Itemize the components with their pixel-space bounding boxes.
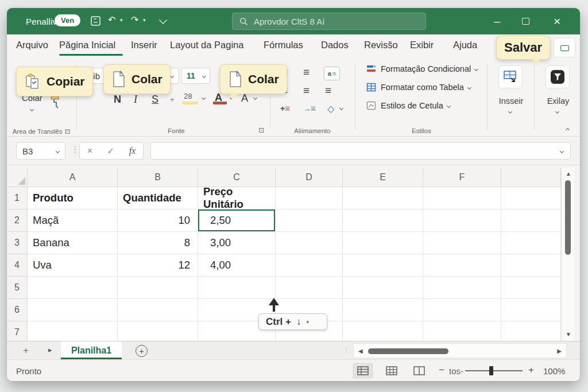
cell-f7[interactable] — [423, 321, 501, 341]
cell-c4[interactable]: 4,00 — [198, 254, 276, 277]
cell-a1[interactable]: Produto — [28, 187, 118, 209]
cell-styles-button[interactable]: Estilos de Cetula — [366, 101, 450, 110]
merge-chevron-icon[interactable] — [339, 106, 343, 110]
paste-dropdown-chevron-icon[interactable] — [30, 107, 34, 111]
font-size-combo[interactable]: 11 — [181, 68, 210, 84]
scroll-left-icon[interactable]: ◀ — [358, 348, 363, 354]
tab-pagina-inicial[interactable]: Păgina Inicial — [59, 40, 115, 51]
font-size-grow-chevron-icon[interactable] — [253, 96, 257, 100]
cell-c5[interactable] — [198, 277, 276, 299]
search-input[interactable]: Aprovdor CltS 8 Aí — [254, 17, 324, 26]
cell-e1[interactable] — [343, 187, 423, 209]
search-box[interactable]: Aprovdor CltS 8 Aí — [232, 13, 426, 30]
save-icon[interactable] — [90, 15, 102, 29]
font-size-grow-button[interactable]: A — [241, 92, 248, 104]
ribbon-options-chevron-icon[interactable] — [159, 16, 167, 24]
undo-icon[interactable]: ↶ — [108, 15, 115, 25]
cell-d2[interactable] — [276, 209, 343, 232]
row-header-2[interactable]: 2 — [7, 209, 28, 232]
row-header-7[interactable]: 7 — [7, 321, 28, 341]
format-as-table-button[interactable]: Formatar como Tabela — [366, 83, 471, 92]
highlight-color-button[interactable]: 28 — [184, 92, 192, 100]
confirm-entry-button[interactable]: ✓ — [107, 146, 115, 156]
tab-dados[interactable]: Dados — [321, 40, 349, 51]
add-sheet-left-icon[interactable]: + — [23, 345, 29, 356]
cell-b2[interactable]: 10 — [118, 209, 198, 232]
collapse-ribbon-icon[interactable] — [566, 128, 570, 132]
page-layout-view-button[interactable] — [381, 363, 402, 379]
row-header-3[interactable]: 3 — [7, 232, 28, 254]
cell-f3[interactable] — [423, 232, 501, 254]
vertical-scrollbar-thumb[interactable] — [565, 180, 571, 255]
increase-indent-icon[interactable]: +≡ — [280, 103, 290, 114]
zoom-level-label[interactable]: 100% — [543, 366, 565, 376]
align-right-icon[interactable]: ≡ — [325, 85, 331, 96]
fonte-expander-icon[interactable]: ⊡ — [258, 126, 264, 134]
cell-e3[interactable] — [343, 232, 423, 254]
formula-bar-expand-chevron-icon[interactable] — [560, 149, 564, 153]
cell-c3[interactable]: 3,00 — [198, 232, 276, 254]
cell-b1[interactable]: Quantidade — [118, 187, 198, 209]
share-button[interactable] — [554, 38, 575, 57]
cell-a5[interactable] — [28, 277, 118, 299]
minimize-button[interactable]: – — [494, 15, 500, 27]
zoom-slider-thumb[interactable] — [489, 366, 493, 375]
horizontal-scrollbar[interactable]: ◀ ▶ — [353, 343, 567, 358]
cell-g5[interactable] — [501, 277, 561, 299]
exilay-chevron-icon[interactable] — [555, 110, 559, 114]
cell-d5[interactable] — [276, 277, 343, 299]
undo-dropdown-icon[interactable]: ▾ — [120, 18, 123, 23]
cell-e5[interactable] — [343, 277, 423, 299]
bold-button[interactable]: N — [114, 94, 121, 106]
page-break-view-button[interactable] — [409, 363, 430, 379]
tab-formulas[interactable]: Fórmulas — [264, 40, 303, 51]
decrease-indent-icon[interactable]: →≡ — [303, 103, 316, 114]
col-header-b[interactable]: B — [118, 168, 198, 187]
redo-icon[interactable]: ↷ — [131, 15, 138, 25]
merge-cells-icon[interactable]: ◇ — [327, 103, 334, 114]
tab-inserir[interactable]: Inserir — [131, 40, 157, 51]
row-header-5[interactable]: 5 — [7, 277, 28, 299]
cell-f4[interactable] — [423, 254, 501, 277]
insert-cells-button[interactable] — [498, 65, 523, 88]
col-header-g[interactable] — [501, 168, 561, 187]
cell-a4[interactable]: Uva — [28, 254, 118, 277]
conditional-formatting-button[interactable]: Formatação Condicional — [366, 64, 478, 73]
borders-button[interactable]: + — [170, 95, 175, 104]
cell-a2[interactable]: Maçã — [28, 209, 118, 232]
sheet-tab-planilha1[interactable]: Planilha1 — [61, 341, 122, 360]
insert-chevron-icon[interactable] — [508, 110, 512, 114]
tab-exibir[interactable]: Exibir — [410, 40, 434, 51]
col-header-e[interactable]: E — [343, 168, 423, 187]
redo-dropdown-icon[interactable]: ▾ — [143, 18, 146, 23]
cell-a3[interactable]: Banana — [28, 232, 118, 254]
cell-g4[interactable] — [501, 254, 561, 277]
cell-g3[interactable] — [501, 232, 561, 254]
cell-f2[interactable] — [423, 209, 501, 232]
tab-layout-da-pagina[interactable]: Layout da Pagina — [170, 40, 243, 51]
normal-view-button[interactable] — [353, 363, 373, 379]
sheet-nav-arrow-icon[interactable]: ▸ — [48, 346, 52, 354]
align-middle-icon[interactable]: ≡ — [303, 67, 310, 77]
cell-d4[interactable] — [276, 254, 343, 277]
cell-b5[interactable] — [118, 277, 198, 299]
account-badge[interactable]: Ven — [55, 14, 80, 26]
vertical-scrollbar[interactable]: ▲ ▼ — [561, 168, 574, 341]
cell-c2-selected[interactable]: 2,50 — [198, 209, 276, 232]
cell-g1[interactable] — [501, 187, 561, 209]
highlight-chevron-icon[interactable] — [202, 96, 206, 100]
cell-a7[interactable] — [28, 321, 118, 341]
tab-ajuda[interactable]: Ajuda — [453, 40, 477, 51]
tab-scroll-divider-dots[interactable]: ⋮ — [343, 347, 349, 353]
cell-e6[interactable] — [343, 299, 423, 321]
tooltip-dropdown-icon[interactable]: ▾ — [306, 319, 309, 325]
cell-a6[interactable] — [28, 299, 118, 321]
cell-b4[interactable]: 12 — [118, 254, 198, 277]
insert-function-button[interactable]: fx — [129, 146, 136, 156]
zoom-slider-track[interactable] — [465, 370, 523, 371]
tab-revisao[interactable]: Revisšo — [364, 40, 398, 51]
orientation-icon[interactable]: a ≡ — [324, 67, 340, 80]
underline-button[interactable]: S — [152, 94, 158, 106]
col-header-d[interactable]: D — [276, 168, 343, 187]
cell-b6[interactable] — [118, 299, 198, 321]
